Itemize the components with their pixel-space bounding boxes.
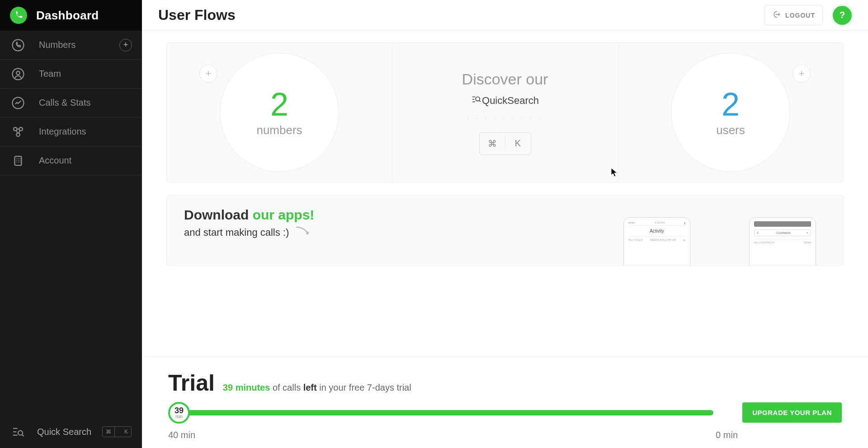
svg-point-1 (13, 68, 24, 79)
sidebar-item-label: Team (39, 69, 61, 79)
trial-text: 39 minutes of calls left in your free 7-… (223, 383, 411, 393)
discover-shortcut[interactable]: ⌘ K (479, 132, 531, 155)
quick-search-shortcut: ⌘K (102, 426, 132, 437)
svg-point-9 (476, 97, 480, 101)
nodes-icon (10, 124, 26, 140)
svg-point-2 (16, 71, 20, 75)
users-circle[interactable]: 2 users (671, 53, 790, 172)
discover-title: Discover our (462, 70, 548, 88)
logout-button[interactable]: LOGOUT (764, 5, 823, 25)
help-button[interactable]: ? (833, 6, 852, 25)
upgrade-plan-button[interactable]: UPGRADE YOUR PLAN (742, 402, 842, 423)
add-number-button[interactable]: + (119, 39, 132, 51)
numbers-circle[interactable]: 2 numbers (220, 53, 339, 172)
user-icon (10, 66, 26, 82)
svg-rect-7 (15, 156, 22, 165)
trial-scale-left: 40 min (168, 430, 195, 440)
card-numbers: + 2 numbers (167, 43, 392, 182)
phone-mockups: ●●●●4:20 PM▮ Activity ALL CALLSNEEDS FOL… (623, 217, 816, 253)
sidebar-item-label: Account (39, 155, 71, 166)
building-icon (10, 153, 26, 169)
summary-cards: + 2 numbers Discover our Quick (166, 42, 844, 182)
phone-icon (10, 37, 26, 53)
trial-bar: Trial 39 minutes of calls left in your f… (142, 357, 868, 448)
users-label: users (716, 123, 745, 137)
help-icon: ? (840, 10, 845, 20)
users-value: 2 (722, 88, 740, 121)
sidebar-title: Dashboard (36, 9, 99, 23)
topbar: User Flows LOGOUT ? (142, 0, 868, 31)
trial-scale: 40 min 0 min (168, 430, 842, 440)
app-logo-icon (10, 7, 27, 24)
numbers-label: numbers (256, 123, 302, 137)
page-title: User Flows (158, 7, 236, 23)
sidebar: Dashboard Numbers + Team Calls & Sta (0, 0, 142, 448)
svg-point-8 (18, 431, 23, 435)
sidebar-item-label: Calls & Stats (39, 98, 90, 108)
sidebar-item-integrations[interactable]: Integrations (0, 117, 142, 146)
phone-android-mock: ≡ Contacts+ ALL CONTACTSTEAM (749, 217, 816, 266)
trial-scale-right: 0 min (716, 430, 738, 440)
sidebar-quick-search[interactable]: Quick Search ⌘K (0, 415, 142, 448)
download-banner: Download our apps! and start making call… (166, 195, 844, 266)
add-user-card-button[interactable]: + (793, 65, 811, 83)
trial-progress: 39 min UPGRADE YOUR PLAN (168, 402, 842, 423)
logout-icon (772, 10, 781, 20)
discover-dots: · · · · · · · · · (467, 114, 543, 121)
sidebar-item-label: Integrations (39, 126, 86, 137)
phone-ios-mock: ●●●●4:20 PM▮ Activity ALL CALLSNEEDS FOL… (623, 217, 690, 266)
sidebar-item-calls-stats[interactable]: Calls & Stats (0, 89, 142, 117)
card-discover: Discover our QuickSearch · · · · · · · ·… (392, 43, 618, 182)
svg-point-0 (13, 39, 24, 51)
trial-progress-track[interactable]: 39 min (175, 410, 713, 415)
chart-icon (10, 95, 26, 111)
sidebar-item-numbers[interactable]: Numbers + (0, 31, 142, 60)
card-users: + 2 users (618, 43, 843, 182)
logout-label: LOGOUT (785, 12, 815, 19)
quick-search-icon (471, 94, 481, 107)
add-number-card-button[interactable]: + (199, 65, 217, 83)
download-subtitle: and start making calls :) (184, 225, 314, 240)
trial-progress-knob[interactable]: 39 min (168, 402, 190, 424)
sidebar-item-label: Numbers (39, 40, 75, 50)
discover-subtitle: QuickSearch (471, 94, 539, 107)
quick-search-label: Quick Search (37, 427, 91, 437)
download-title: Download our apps! (184, 207, 314, 223)
sidebar-item-team[interactable]: Team (0, 60, 142, 89)
trial-title: Trial (168, 370, 215, 396)
sidebar-nav: Numbers + Team Calls & Stats Integratio (0, 31, 142, 415)
quick-search-icon (10, 424, 26, 440)
sidebar-header: Dashboard (0, 0, 142, 31)
svg-point-6 (16, 133, 20, 136)
sidebar-item-account[interactable]: Account (0, 146, 142, 175)
arrow-swoosh-icon (295, 225, 311, 240)
numbers-value: 2 (270, 88, 288, 121)
